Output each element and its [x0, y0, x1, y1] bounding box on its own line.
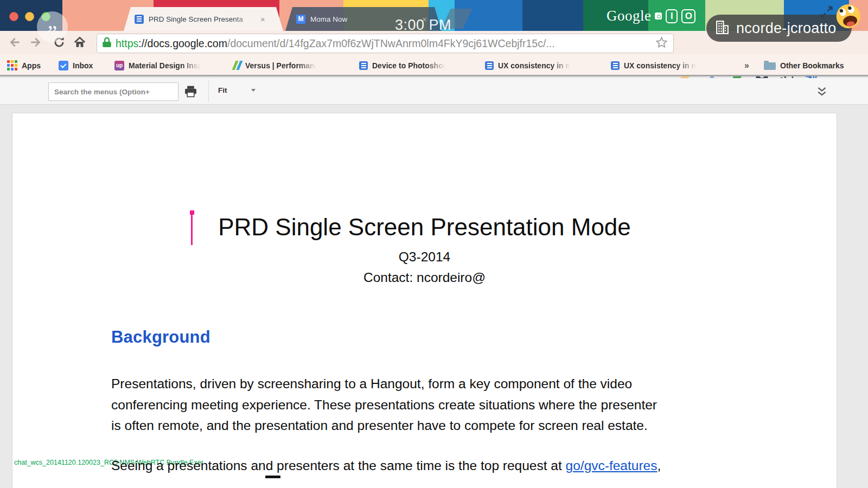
chevron-down-icon: [251, 89, 256, 92]
url-scheme: https: [116, 37, 138, 49]
bookmark-label: Apps: [22, 61, 41, 70]
paragraph-line: is often remote, and the presentation an…: [111, 415, 657, 436]
document-subtitle-contact: Contact: ncordeiro@: [12, 270, 837, 285]
gvc-features-link[interactable]: go/gvc-features: [566, 458, 658, 473]
bookmark-label: Material Design Insp: [129, 61, 202, 70]
apps-grid-icon: [7, 60, 17, 70]
bookmark-ux-consistency-2[interactable]: UX consistency in m: [611, 54, 698, 76]
docs-toolbar: Fit: [0, 78, 868, 105]
address-bar[interactable]: https://docs.google.com/document/d/14fgZ…: [97, 34, 674, 53]
google-docs-icon: [485, 61, 494, 70]
menu-bar-clock: 3:00 PM: [395, 17, 451, 34]
tab-active-prd-doc[interactable]: PRD Single Screen Presenta ×: [124, 7, 283, 31]
up-badge-icon: up: [114, 61, 124, 70]
forward-button[interactable]: [29, 35, 43, 52]
traffic-light-close[interactable]: [9, 12, 18, 21]
print-button[interactable]: [184, 86, 197, 100]
zoom-value: Fit: [218, 86, 227, 94]
smiley-emoji: [833, 2, 864, 34]
paragraph-line: Presentations, driven by screensharing t…: [111, 374, 657, 395]
other-bookmarks-label: Other Bookmarks: [780, 61, 844, 70]
section-heading-background: Background: [111, 328, 210, 347]
tab-close-icon[interactable]: ×: [260, 15, 265, 24]
building-icon: [715, 20, 730, 37]
paragraph-line: conferencing meeting experience. These p…: [111, 395, 657, 416]
bookmark-apps[interactable]: Apps: [7, 54, 41, 76]
home-button[interactable]: [73, 35, 87, 52]
bookmark-versus[interactable]: Versus | Performanc: [234, 54, 318, 76]
tab-title: PRD Single Screen Presenta: [149, 15, 257, 23]
io-speaker-box: [655, 12, 662, 20]
bookmarks-bar: Apps Inbox up Material Design Insp Versu…: [0, 54, 868, 76]
moma-favicon: M: [296, 15, 305, 24]
bookmark-star-icon[interactable]: [655, 36, 668, 51]
toolbar-divider: [208, 81, 209, 102]
bookmark-label: Versus | Performanc: [245, 61, 318, 70]
bookmark-ux-consistency-1[interactable]: UX consistency in m: [485, 54, 572, 76]
bookmark-label: Inbox: [73, 61, 93, 70]
other-bookmarks[interactable]: Other Bookmarks: [764, 54, 844, 76]
bookmark-label: UX consistency in m: [498, 61, 572, 70]
io-i-box: I: [666, 9, 678, 23]
bookmark-label: Device to Photoshop: [372, 61, 448, 70]
machine-name-pill: ncorde-jcroatto: [706, 15, 852, 42]
url-path: /document/d/14fgZax7m0f6zWjTNwAnrm0lm4Fk…: [227, 37, 555, 49]
folder-icon: [764, 62, 776, 70]
bookmark-material-design[interactable]: up Material Design Insp: [114, 54, 202, 76]
bookmark-device-to-photoshop[interactable]: Device to Photoshop: [359, 54, 448, 76]
paragraph-text: Seeing a presentations and presenters at…: [111, 458, 566, 473]
google-docs-icon: [359, 61, 368, 70]
document-canvas: chat_wcs_20141120.120023_RC5 NMS-WebRTC …: [0, 105, 868, 488]
inbox-icon: [59, 61, 68, 70]
document-subtitle-quarter: Q3-2014: [12, 249, 837, 265]
search-menus-input[interactable]: [48, 82, 178, 101]
url-host: ://docs.google.com: [138, 37, 227, 49]
document-title: PRD Single Screen Presentation Mode: [12, 214, 837, 241]
quote-bubble-overlay: ”: [37, 11, 68, 42]
double-slash-icon: [234, 61, 241, 70]
google-docs-icon: [611, 61, 620, 70]
machine-name-label: ncorde-jcroatto: [736, 20, 837, 37]
bookmark-label: UX consistency in m: [624, 61, 698, 70]
bookmark-inbox[interactable]: Inbox: [59, 54, 93, 76]
screen: Google I O 2 PRD Single Screen Presenta …: [0, 0, 868, 488]
google-brand-text: Google: [607, 8, 651, 24]
collapse-toolbar-button[interactable]: [816, 86, 828, 99]
traffic-light-minimize[interactable]: [25, 12, 34, 21]
collaborator-cursor: [191, 211, 193, 245]
io-o-box: O: [681, 9, 695, 23]
https-padlock-icon: [103, 37, 111, 50]
google-docs-icon: [135, 15, 144, 24]
zoom-select[interactable]: Fit: [218, 86, 256, 94]
bookmarks-overflow-chevron[interactable]: »: [744, 54, 749, 76]
paragraph-text: ,: [657, 458, 661, 473]
back-button[interactable]: [8, 35, 22, 52]
document-page[interactable]: chat_wcs_20141120.120023_RC5 NMS-WebRTC …: [12, 113, 837, 488]
paragraph-1: Presentations, driven by screensharing t…: [111, 374, 657, 436]
paragraph-2: Seeing a presentations and presenters at…: [111, 455, 661, 477]
url-text: https://docs.google.com/document/d/14fgZ…: [116, 37, 655, 50]
google-io-logo: Google I O: [607, 8, 695, 24]
